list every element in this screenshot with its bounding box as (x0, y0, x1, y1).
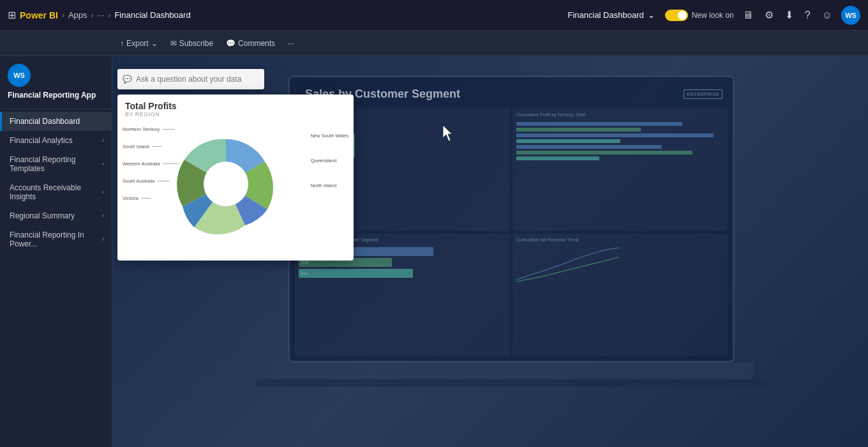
sidebar: WS Financial Reporting App Financial Das… (0, 56, 112, 447)
hbar-6 (516, 151, 692, 155)
region-victoria: Victoria (123, 195, 179, 201)
more-icon: ··· (288, 39, 294, 48)
popup-title: Total Profits (125, 101, 346, 111)
sidebar-item-financial-analytics-label: Financial Analytics (10, 136, 102, 145)
popup-subtitle: BY REGION (125, 111, 346, 117)
comments-label: Comments (238, 39, 275, 48)
breadcrumb-separator-2: › (91, 11, 94, 20)
comments-icon: 💬 (226, 39, 236, 48)
sidebar-item-financial-dashboard[interactable]: Financial Dashboard (0, 112, 112, 131)
sidebar-item-financial-analytics[interactable]: Financial Analytics › (0, 131, 112, 150)
sidebar-item-financial-dashboard-label: Financial Dashboard (10, 117, 104, 126)
qa-search-bar[interactable]: 💬 (117, 69, 264, 89)
breadcrumb-financial-dashboard: Financial Dashboard (114, 10, 190, 20)
main-layout: WS Financial Reporting App Financial Das… (0, 56, 868, 447)
dropdown-chevron-icon: ⌄ (648, 10, 655, 20)
grid-icon[interactable]: ⊞ (8, 9, 16, 21)
chevron-right-icon-2: › (102, 160, 104, 167)
nav-left: ⊞ Power BI › Apps › ··· › Financial Dash… (8, 9, 557, 21)
chevron-right-icon: › (102, 137, 104, 144)
sidebar-item-regional-summary-label: Regional Summary (10, 211, 102, 220)
chart-4-label: Cumulative Net Revenue Trend (516, 238, 724, 242)
report-title-text: Financial Dashboard (567, 10, 643, 20)
qa-search-input[interactable] (136, 75, 259, 84)
monitor-icon[interactable]: 🖥 (740, 7, 756, 24)
laptop-chart-area: Total Sales by Channel (295, 109, 728, 356)
region-line-4 (157, 181, 170, 181)
new-look-toggle[interactable] (665, 10, 688, 21)
help-icon[interactable]: ? (802, 7, 813, 24)
chevron-right-icon-3: › (102, 188, 104, 195)
nav-right: New look on 🖥 ⚙ ⬇ ? ☺ WS (665, 6, 860, 25)
region-north-island: North Island (311, 183, 348, 188)
region-south-australia: South Australia (123, 178, 179, 184)
laptop-screen: Sales by Customer Segment ENTERPRISE Tot… (288, 75, 735, 363)
download-icon[interactable]: ⬇ (782, 6, 796, 24)
region-northern-territory: Northern Territory (123, 126, 179, 132)
popup-header: Total Profits BY REGION (117, 95, 354, 120)
seg-bar-3: Gov (299, 269, 413, 278)
laptop-chart-4: Cumulative Net Revenue Trend (513, 234, 728, 356)
sidebar-item-accounts-receivable[interactable]: Accounts Receivable Insights › (0, 178, 112, 206)
region-line-5 (141, 198, 151, 199)
subscribe-icon: ✉ (170, 39, 177, 48)
hbar-7 (516, 156, 599, 160)
export-button[interactable]: ↑ Export ⌄ (115, 36, 163, 50)
popup-donut-area: Northern Territory South Island Western … (117, 120, 354, 245)
laptop-foot (256, 379, 767, 387)
export-icon: ↑ (120, 39, 124, 48)
region-line-1 (162, 129, 175, 130)
region-western-australia: Western Australia (123, 161, 179, 167)
nav-center: Financial Dashboard ⌄ (562, 8, 659, 22)
top-navigation-bar: ⊞ Power BI › Apps › ··· › Financial Dash… (0, 0, 868, 31)
subscribe-button[interactable]: ✉ Subscribe (165, 36, 218, 50)
region-new-south-wales: New South Wales (311, 133, 348, 139)
toggle-label: New look on (692, 11, 734, 20)
content-area: Sales by Customer Segment ENTERPRISE Tot… (112, 56, 868, 447)
sidebar-item-accounts-receivable-label: Accounts Receivable Insights (10, 183, 102, 201)
user-avatar[interactable]: WS (841, 6, 860, 25)
export-chevron-icon: ⌄ (151, 39, 158, 48)
breadcrumb-separator-3: › (108, 11, 110, 20)
report-title-button[interactable]: Financial Dashboard ⌄ (562, 8, 659, 22)
export-label: Export (126, 39, 149, 48)
settings-icon[interactable]: ⚙ (762, 6, 776, 24)
hbar-2 (516, 128, 641, 132)
region-queensland: Queensland (311, 158, 348, 163)
comments-button[interactable]: 💬 Comments (221, 36, 280, 50)
region-labels-left: Northern Territory South Island Western … (123, 126, 179, 201)
hbar-5 (516, 145, 662, 149)
chevron-right-icon-5: › (102, 236, 104, 243)
ellipsis-button[interactable]: ··· (98, 10, 105, 20)
svg-point-0 (204, 162, 248, 206)
powerbi-logo-text: Power BI (20, 10, 58, 20)
new-look-toggle-container: New look on (665, 10, 734, 21)
action-bar: ↑ Export ⌄ ✉ Subscribe 💬 Comments ··· (0, 31, 868, 56)
breadcrumb-separator-1: › (62, 11, 64, 20)
chart-2-bars (516, 119, 724, 160)
enterprise-badge: ENTERPRISE (684, 89, 722, 99)
breadcrumb-apps[interactable]: Apps (68, 10, 87, 20)
region-line-2 (152, 146, 161, 147)
hbar-4 (516, 139, 620, 143)
laptop-chart-2: Cumulative Profit by Territory, Total (513, 109, 728, 231)
hbar-3 (516, 133, 714, 137)
notifications-icon[interactable]: ☺ (819, 7, 835, 24)
qa-icon: 💬 (123, 75, 132, 84)
sidebar-item-financial-reporting-templates-label: Financial Reporting Templates (10, 155, 102, 173)
more-button[interactable]: ··· (283, 36, 299, 50)
region-labels-right: New South Wales Queensland North Island (311, 133, 348, 188)
sidebar-avatar: WS (8, 64, 31, 87)
sidebar-item-financial-reporting-power[interactable]: Financial Reporting In Power... › (0, 225, 112, 254)
sidebar-item-regional-summary[interactable]: Regional Summary › (0, 206, 112, 225)
line-chart-svg (516, 245, 618, 283)
chart-2-label: Cumulative Profit by Territory, Total (516, 112, 724, 117)
hbar-1 (516, 122, 682, 126)
sidebar-nav: Financial Dashboard Financial Analytics … (0, 109, 112, 447)
sidebar-app-section: WS Financial Reporting App (0, 56, 112, 109)
sidebar-app-name: Financial Reporting App (8, 91, 104, 101)
sidebar-item-financial-reporting-templates[interactable]: Financial Reporting Templates › (0, 150, 112, 178)
sidebar-item-financial-reporting-power-label: Financial Reporting In Power... (10, 231, 102, 248)
chevron-right-icon-4: › (102, 212, 104, 219)
subscribe-label: Subscribe (179, 39, 213, 48)
